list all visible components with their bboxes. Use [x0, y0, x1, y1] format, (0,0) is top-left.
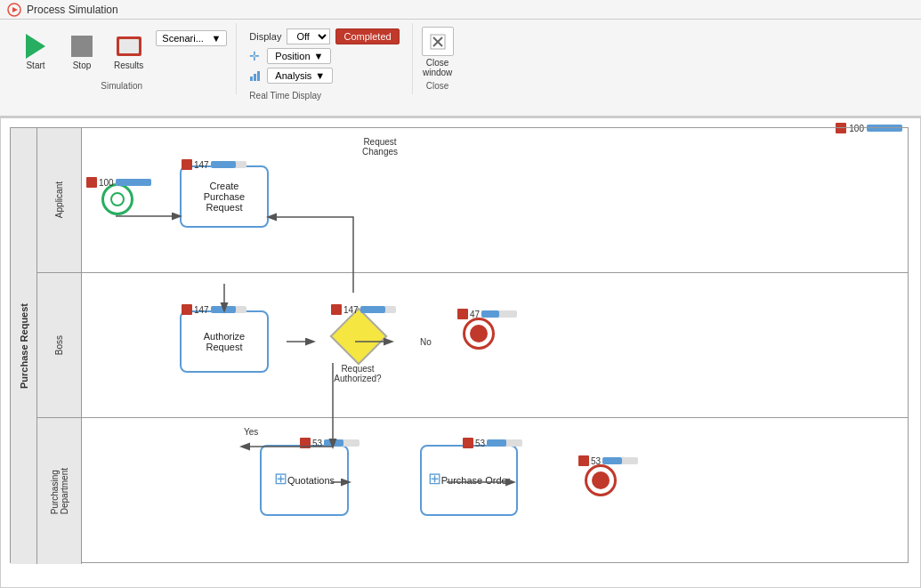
results-icon — [117, 36, 141, 56]
authorize-request-node[interactable]: AuthorizeRequest — [180, 310, 269, 373]
completed-button[interactable]: Completed — [335, 28, 399, 44]
lane-boss-content: AuthorizeRequest 147 147 RequestAutho — [82, 273, 908, 417]
position-button[interactable]: Position ▼ — [267, 48, 331, 64]
results-button[interactable]: Results — [109, 30, 149, 72]
ribbon: Start Stop Results Scenari... ▼ Simulati… — [0, 20, 921, 117]
lane-purchasing: PurchasingDepartment Yes ⊞ Quotations 53 — [37, 418, 908, 564]
request-changes-label: RequestChanges — [344, 137, 416, 157]
svg-rect-4 — [257, 71, 260, 81]
start-icon — [26, 34, 45, 59]
final-end-badge: 53 — [578, 455, 638, 466]
analysis-button[interactable]: Analysis ▼ — [267, 68, 333, 84]
stop-button[interactable]: Stop — [62, 30, 101, 72]
lane-applicant: Applicant 100 CreatePurchaseRequest — [37, 128, 908, 273]
quotations-node[interactable]: ⊞ Quotations — [260, 445, 349, 516]
title-bar: Process Simulation — [0, 0, 921, 20]
stop-icon — [71, 36, 93, 57]
close-window-button[interactable] — [422, 27, 454, 56]
swimlane-title: Purchase Request — [11, 128, 37, 564]
create-badge: 147 — [182, 159, 246, 170]
gateway-diamond[interactable] — [329, 307, 387, 365]
close-group-label: Close — [426, 77, 449, 91]
purchase-order-node[interactable]: ⊞ Purchase Order — [420, 445, 518, 516]
quotations-badge: 53 — [300, 438, 360, 448]
authorize-badge: 147 — [182, 304, 246, 315]
display-off-dropdown[interactable]: Off On — [287, 28, 330, 44]
final-end-event[interactable] — [585, 464, 617, 496]
lane-boss-label: Boss — [37, 273, 82, 417]
purchase-order-badge: 53 — [463, 438, 522, 448]
close-window-label: Closewindow — [423, 58, 452, 77]
close-window-icon — [429, 33, 447, 51]
start-badge: 100 — [86, 177, 151, 188]
no-end-event[interactable] — [463, 318, 495, 350]
display-group-label: Real Time Display — [249, 87, 321, 101]
window-title: Process Simulation — [27, 4, 118, 16]
svg-rect-2 — [250, 77, 253, 81]
swimlane-container: Purchase Request Applicant 100 CreatePur… — [10, 127, 909, 563]
close-group: Closewindow Close — [413, 23, 463, 94]
analysis-icon — [249, 69, 262, 82]
process-icon — [7, 3, 21, 17]
simulation-label: Simulation — [101, 77, 142, 91]
svg-rect-3 — [254, 74, 256, 81]
gateway-badge: 147 — [331, 304, 396, 315]
scenario-dropdown[interactable]: Scenari... ▼ — [156, 30, 227, 46]
diagram-area: 100 Purchase Request Applicant 100 — [0, 117, 921, 588]
no-label: No — [420, 337, 432, 347]
svg-marker-1 — [12, 7, 18, 12]
display-group: Display Off On Completed ✛ Position ▼ An… — [237, 23, 412, 94]
lane-applicant-content: 100 CreatePurchaseRequest 147 RequestCha… — [82, 128, 908, 272]
lane-purchasing-content: Yes ⊞ Quotations 53 ⊞ Purchase Order — [82, 418, 908, 564]
simulation-group: Start Stop Results Scenari... ▼ Simulati… — [7, 23, 237, 94]
yes-label: Yes — [244, 427, 258, 437]
start-button[interactable]: Start — [16, 30, 55, 72]
lane-boss: Boss AuthorizeRequest 147 147 — [37, 273, 908, 418]
start-event[interactable] — [101, 183, 133, 215]
no-end-badge: 47 — [457, 309, 517, 319]
lane-applicant-label: Applicant — [37, 128, 82, 272]
create-purchase-request-node[interactable]: CreatePurchaseRequest — [180, 165, 269, 228]
lane-purchasing-label: PurchasingDepartment — [37, 418, 82, 564]
gateway-label: RequestAuthorized? — [322, 364, 393, 383]
